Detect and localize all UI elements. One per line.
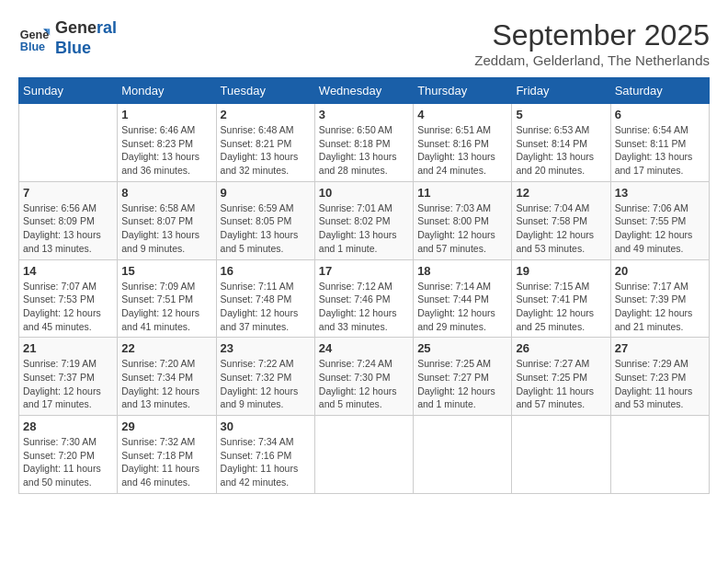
day-number: 4 (417, 108, 507, 121)
day-info: Sunrise: 7:27 AM Sunset: 7:25 PM Dayligh… (516, 357, 606, 411)
calendar-cell: 7Sunrise: 6:56 AM Sunset: 8:09 PM Daylig… (19, 181, 118, 259)
calendar-cell: 3Sunrise: 6:50 AM Sunset: 8:18 PM Daylig… (314, 104, 413, 182)
calendar-cell: 14Sunrise: 7:07 AM Sunset: 7:53 PM Dayli… (19, 259, 118, 338)
day-info: Sunrise: 7:19 AM Sunset: 7:37 PM Dayligh… (23, 357, 113, 411)
calendar-cell: 2Sunrise: 6:48 AM Sunset: 8:21 PM Daylig… (216, 104, 314, 182)
day-number: 7 (23, 186, 113, 200)
day-info: Sunrise: 6:54 AM Sunset: 8:11 PM Dayligh… (615, 123, 705, 178)
day-info: Sunrise: 7:07 AM Sunset: 7:53 PM Dayligh… (23, 280, 113, 334)
day-number: 12 (516, 186, 606, 200)
day-info: Sunrise: 6:53 AM Sunset: 8:14 PM Dayligh… (516, 123, 606, 178)
day-number: 5 (516, 108, 606, 121)
calendar-cell: 24Sunrise: 7:24 AM Sunset: 7:30 PM Dayli… (314, 338, 413, 416)
day-info: Sunrise: 7:20 AM Sunset: 7:34 PM Dayligh… (121, 357, 211, 411)
day-number: 15 (121, 264, 211, 278)
day-number: 13 (615, 186, 705, 200)
day-info: Sunrise: 7:25 AM Sunset: 7:27 PM Dayligh… (417, 357, 507, 411)
calendar-cell (19, 104, 118, 182)
day-number: 10 (319, 186, 409, 200)
week-row-4: 21Sunrise: 7:19 AM Sunset: 7:37 PM Dayli… (19, 338, 710, 416)
weekday-header-thursday: Thursday (414, 78, 512, 104)
day-info: Sunrise: 7:17 AM Sunset: 7:39 PM Dayligh… (615, 280, 705, 334)
day-info: Sunrise: 7:22 AM Sunset: 7:32 PM Dayligh… (221, 357, 311, 411)
day-info: Sunrise: 7:29 AM Sunset: 7:23 PM Dayligh… (615, 357, 705, 411)
day-info: Sunrise: 6:46 AM Sunset: 8:23 PM Dayligh… (121, 123, 211, 178)
weekday-header-tuesday: Tuesday (216, 78, 314, 104)
calendar-cell: 5Sunrise: 6:53 AM Sunset: 8:14 PM Daylig… (512, 104, 610, 182)
day-number: 23 (221, 341, 311, 355)
day-number: 28 (23, 419, 113, 433)
logo-text: General Blue (55, 18, 117, 58)
day-info: Sunrise: 7:06 AM Sunset: 7:55 PM Dayligh… (615, 201, 705, 256)
day-number: 2 (221, 108, 311, 121)
day-number: 6 (615, 108, 705, 121)
calendar-cell: 28Sunrise: 7:30 AM Sunset: 7:20 PM Dayli… (19, 416, 118, 494)
week-row-3: 14Sunrise: 7:07 AM Sunset: 7:53 PM Dayli… (19, 259, 710, 338)
day-number: 27 (615, 341, 705, 355)
page-header: Gene Blue General Blue September 2025 Ze… (18, 18, 710, 68)
logo-icon: Gene Blue (18, 22, 51, 55)
day-number: 17 (319, 264, 409, 278)
day-info: Sunrise: 7:12 AM Sunset: 7:46 PM Dayligh… (319, 280, 409, 334)
calendar-cell: 9Sunrise: 6:59 AM Sunset: 8:05 PM Daylig… (216, 181, 314, 259)
calendar-cell: 30Sunrise: 7:34 AM Sunset: 7:16 PM Dayli… (216, 416, 314, 494)
day-info: Sunrise: 7:04 AM Sunset: 7:58 PM Dayligh… (516, 201, 606, 256)
day-info: Sunrise: 7:30 AM Sunset: 7:20 PM Dayligh… (23, 435, 113, 489)
day-number: 21 (23, 341, 113, 355)
weekday-header-friday: Friday (512, 78, 610, 104)
calendar-cell: 12Sunrise: 7:04 AM Sunset: 7:58 PM Dayli… (512, 181, 610, 259)
week-row-5: 28Sunrise: 7:30 AM Sunset: 7:20 PM Dayli… (19, 416, 710, 494)
calendar-cell: 23Sunrise: 7:22 AM Sunset: 7:32 PM Dayli… (216, 338, 314, 416)
logo: Gene Blue General Blue (18, 18, 117, 58)
calendar-cell: 1Sunrise: 6:46 AM Sunset: 8:23 PM Daylig… (118, 104, 216, 182)
calendar-cell: 26Sunrise: 7:27 AM Sunset: 7:25 PM Dayli… (512, 338, 610, 416)
weekday-header-wednesday: Wednesday (314, 78, 413, 104)
calendar-cell: 20Sunrise: 7:17 AM Sunset: 7:39 PM Dayli… (610, 259, 709, 338)
title-block: September 2025 Zeddam, Gelderland, The N… (474, 18, 710, 68)
calendar-cell: 18Sunrise: 7:14 AM Sunset: 7:44 PM Dayli… (414, 259, 512, 338)
weekday-header-saturday: Saturday (610, 78, 709, 104)
week-row-2: 7Sunrise: 6:56 AM Sunset: 8:09 PM Daylig… (19, 181, 710, 259)
day-info: Sunrise: 6:59 AM Sunset: 8:05 PM Dayligh… (221, 201, 311, 256)
day-number: 29 (121, 419, 211, 433)
day-info: Sunrise: 7:32 AM Sunset: 7:18 PM Dayligh… (121, 435, 211, 489)
calendar-cell: 25Sunrise: 7:25 AM Sunset: 7:27 PM Dayli… (414, 338, 512, 416)
calendar-cell: 21Sunrise: 7:19 AM Sunset: 7:37 PM Dayli… (19, 338, 118, 416)
day-info: Sunrise: 7:34 AM Sunset: 7:16 PM Dayligh… (221, 435, 311, 489)
day-number: 24 (319, 341, 409, 355)
day-number: 20 (615, 264, 705, 278)
svg-text:Blue: Blue (20, 40, 45, 52)
weekday-header-sunday: Sunday (19, 78, 118, 104)
week-row-1: 1Sunrise: 6:46 AM Sunset: 8:23 PM Daylig… (19, 104, 710, 182)
day-info: Sunrise: 7:15 AM Sunset: 7:41 PM Dayligh… (516, 280, 606, 334)
calendar-cell (314, 416, 413, 494)
day-number: 1 (121, 108, 211, 121)
calendar-cell: 6Sunrise: 6:54 AM Sunset: 8:11 PM Daylig… (610, 104, 709, 182)
day-number: 9 (221, 186, 311, 200)
day-info: Sunrise: 7:09 AM Sunset: 7:51 PM Dayligh… (121, 280, 211, 334)
day-info: Sunrise: 6:50 AM Sunset: 8:18 PM Dayligh… (319, 123, 409, 178)
day-info: Sunrise: 7:24 AM Sunset: 7:30 PM Dayligh… (319, 357, 409, 411)
day-number: 26 (516, 341, 606, 355)
weekday-header-monday: Monday (118, 78, 216, 104)
calendar-cell (512, 416, 610, 494)
month-title: September 2025 (474, 18, 710, 52)
calendar-cell: 29Sunrise: 7:32 AM Sunset: 7:18 PM Dayli… (118, 416, 216, 494)
day-number: 14 (23, 264, 113, 278)
day-info: Sunrise: 7:01 AM Sunset: 8:02 PM Dayligh… (319, 201, 409, 256)
day-info: Sunrise: 7:03 AM Sunset: 8:00 PM Dayligh… (417, 201, 507, 256)
calendar-cell: 4Sunrise: 6:51 AM Sunset: 8:16 PM Daylig… (414, 104, 512, 182)
day-info: Sunrise: 7:11 AM Sunset: 7:48 PM Dayligh… (221, 280, 311, 334)
day-number: 18 (417, 264, 507, 278)
calendar-cell: 13Sunrise: 7:06 AM Sunset: 7:55 PM Dayli… (610, 181, 709, 259)
day-info: Sunrise: 6:56 AM Sunset: 8:09 PM Dayligh… (23, 201, 113, 256)
calendar-cell: 17Sunrise: 7:12 AM Sunset: 7:46 PM Dayli… (314, 259, 413, 338)
calendar-cell: 10Sunrise: 7:01 AM Sunset: 8:02 PM Dayli… (314, 181, 413, 259)
calendar-cell: 16Sunrise: 7:11 AM Sunset: 7:48 PM Dayli… (216, 259, 314, 338)
day-info: Sunrise: 7:14 AM Sunset: 7:44 PM Dayligh… (417, 280, 507, 334)
calendar-cell: 19Sunrise: 7:15 AM Sunset: 7:41 PM Dayli… (512, 259, 610, 338)
location-subtitle: Zeddam, Gelderland, The Netherlands (474, 52, 710, 68)
day-number: 25 (417, 341, 507, 355)
day-number: 16 (221, 264, 311, 278)
day-number: 19 (516, 264, 606, 278)
